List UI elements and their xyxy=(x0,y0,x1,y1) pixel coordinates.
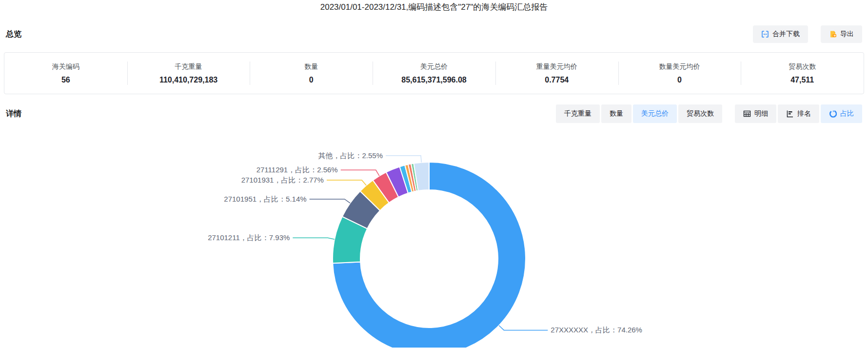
pie-label-line xyxy=(327,180,366,185)
pie-label-27111291: 27111291，占比：2.56% xyxy=(256,165,338,174)
stat-label: 贸易次数 xyxy=(789,62,816,71)
tab-label: 排名 xyxy=(797,109,811,118)
detail-controls: 千克重量 数量 美元总价 贸易次数 明细 xyxy=(556,104,862,123)
pie-label-line xyxy=(310,199,350,203)
tab-ranking[interactable]: 排名 xyxy=(778,104,819,123)
stat-value: 47,511 xyxy=(790,76,814,84)
stat-label: 海关编码 xyxy=(52,62,79,71)
stat-trade-count: 贸易次数 47,511 xyxy=(741,53,864,94)
stat-label: 美元总价 xyxy=(420,62,448,71)
tab-proportion[interactable]: 占比 xyxy=(821,104,862,123)
stat-value: 0 xyxy=(309,76,314,84)
tab-label: 千克重量 xyxy=(564,109,592,118)
merge-download-button[interactable]: 合并下载 xyxy=(753,25,808,43)
tab-detail-list[interactable]: 明细 xyxy=(735,104,776,123)
donut-icon xyxy=(829,110,837,118)
pie-label-line xyxy=(293,238,335,239)
export-label: 导出 xyxy=(840,30,854,39)
tab-label: 美元总价 xyxy=(641,109,669,118)
pie-label-line xyxy=(386,156,421,163)
ranking-icon xyxy=(786,110,794,118)
tab-usd-total[interactable]: 美元总价 xyxy=(633,104,677,123)
pie-label-line xyxy=(499,326,548,330)
stat-kg-weight: 千克重量 110,410,729,183 xyxy=(127,53,250,94)
stat-usd-total: 美元总价 85,615,371,596.08 xyxy=(373,53,495,94)
detail-header: 详情 千克重量 数量 美元总价 贸易次数 xyxy=(0,104,868,124)
pie-chart-canvas: 27XXXXXX，占比：74.26%27101211，占比：7.93%27101… xyxy=(0,124,868,348)
pie-label-27XXXXXX: 27XXXXXX，占比：74.26% xyxy=(551,326,642,334)
pie-label-27101931: 27101931，占比：2.77% xyxy=(241,176,324,184)
stat-label: 数量 xyxy=(304,62,318,71)
stat-label: 数量美元均价 xyxy=(659,62,700,71)
stat-label: 千克重量 xyxy=(175,62,202,71)
detail-heading: 详情 xyxy=(6,109,21,119)
tab-label: 数量 xyxy=(610,109,623,118)
merge-download-label: 合并下载 xyxy=(772,30,800,39)
merge-download-icon xyxy=(761,30,769,38)
export-button[interactable]: 导出 xyxy=(821,25,862,43)
pie-label-27101211: 27101211，占比：7.93% xyxy=(208,233,290,242)
metric-tab-group: 千克重量 数量 美元总价 贸易次数 xyxy=(556,104,722,123)
tab-quantity[interactable]: 数量 xyxy=(601,104,631,123)
overview-actions: 合并下载 导出 xyxy=(753,25,862,43)
pie-label-line xyxy=(341,170,379,176)
tab-label: 明细 xyxy=(754,109,768,118)
overview-header: 总览 合并下载 导出 xyxy=(0,24,868,44)
stat-quantity: 数量 0 xyxy=(250,53,373,94)
pie-label-其他: 其他，占比：2.55% xyxy=(318,151,383,160)
tab-label: 占比 xyxy=(840,109,854,118)
export-icon xyxy=(829,30,837,38)
stat-value: 0.7754 xyxy=(545,76,569,84)
stat-value: 85,615,371,596.08 xyxy=(401,76,466,84)
stat-usd-per-quantity: 数量美元均价 0 xyxy=(618,53,741,94)
view-tab-group: 明细 排名 占比 xyxy=(735,104,862,123)
stat-usd-per-weight: 重量美元均价 0.7754 xyxy=(495,53,618,94)
stat-value: 110,410,729,183 xyxy=(159,76,217,84)
stat-customs-code: 海关编码 56 xyxy=(4,53,127,94)
tab-trade-count[interactable]: 贸易次数 xyxy=(678,104,722,123)
stat-label: 重量美元均价 xyxy=(536,62,577,71)
tab-label: 贸易次数 xyxy=(687,109,714,118)
overview-heading: 总览 xyxy=(6,29,21,40)
overview-stats-card: 海关编码 56 千克重量 110,410,729,183 数量 0 美元总价 8… xyxy=(4,52,864,94)
tab-kg-weight[interactable]: 千克重量 xyxy=(556,104,600,123)
stat-value: 0 xyxy=(677,76,682,84)
page-title: 2023/01/01-2023/12/31,编码描述包含"27"的海关编码汇总报… xyxy=(0,0,868,13)
table-icon xyxy=(743,110,751,118)
stat-value: 56 xyxy=(61,76,70,84)
proportion-donut-chart: 27XXXXXX，占比：74.26%27101211，占比：7.93%27101… xyxy=(0,124,868,348)
pie-label-27101951: 27101951，占比：5.14% xyxy=(224,195,306,203)
